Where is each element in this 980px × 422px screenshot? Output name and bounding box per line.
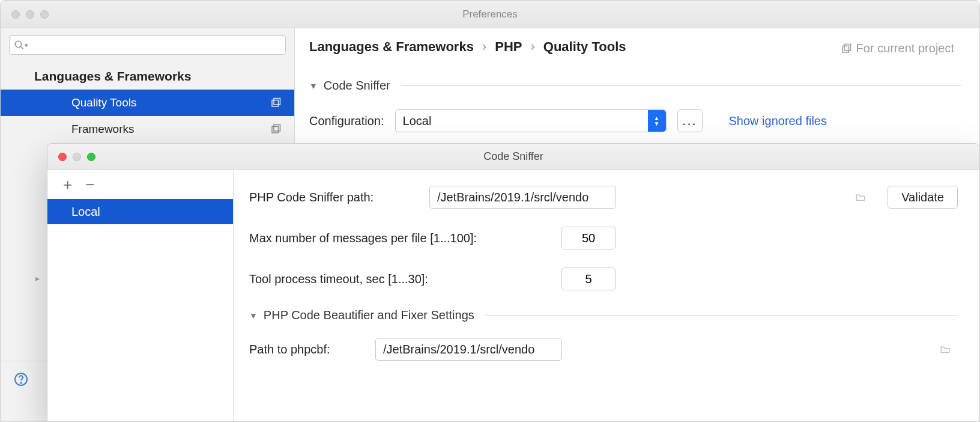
section-title: PHP Code Beautifier and Fixer Settings [264,308,474,322]
close-window-icon[interactable] [58,153,67,161]
minimize-window-icon [73,153,81,161]
dialog-sidebar: + − Local [47,170,234,421]
configure-interpreters-button[interactable]: ... [677,109,703,132]
svg-rect-2 [272,100,279,107]
svg-point-7 [20,382,22,384]
project-scope-icon [841,43,851,54]
svg-rect-8 [842,46,849,52]
help-icon[interactable] [14,372,28,387]
show-ignored-files-link[interactable]: Show ignored files [729,114,827,128]
select-chevrons-icon: ▲▼ [648,110,666,132]
dots-label: ... [682,113,697,129]
max-messages-label: Max number of messages per file [1...100… [249,231,561,245]
phpcbf-path-label: Path to phpcbf: [249,343,375,356]
section-title: Code Sniffer [324,79,390,93]
configuration-label: Configuration: [309,114,384,128]
dialog-titlebar: Code Sniffer [47,144,979,170]
zoom-window-icon[interactable] [40,10,49,19]
timeout-label: Tool process timeout, sec [1...30]: [249,272,561,286]
minimize-window-icon[interactable] [26,10,34,19]
tree-heading-label: Languages & Frameworks [34,69,191,84]
search-chevron-icon: ▾ [25,41,28,49]
svg-rect-3 [274,99,280,105]
svg-rect-9 [844,44,851,50]
section-divider [485,315,958,316]
zoom-window-icon[interactable] [87,153,95,161]
for-project-text: For current project [856,41,954,55]
folder-icon[interactable] [854,192,867,203]
breadcrumb-separator: › [482,39,486,55]
traffic-lights [58,153,95,161]
traffic-lights [11,10,49,19]
phpcbf-path-input[interactable] [375,338,562,361]
breadcrumb-item: Quality Tools [543,39,626,55]
disclosure-triangle-icon: ▼ [309,81,318,91]
dialog-toolbar: + − [47,170,233,199]
add-icon[interactable]: + [63,177,72,192]
disclosure-triangle-icon: ▼ [249,311,258,320]
search-input[interactable] [9,35,286,55]
breadcrumb-item[interactable]: Languages & Frameworks [309,39,474,55]
svg-rect-4 [272,127,279,133]
dialog-main: PHP Code Sniffer path: Validate Max numb… [234,170,979,421]
for-current-project-label: For current project [841,41,954,55]
project-scope-icon [270,97,281,108]
tree-item-label: Quality Tools [71,96,136,109]
tree-item-frameworks[interactable]: Frameworks [1,116,294,142]
dialog-title: Code Sniffer [483,150,543,163]
max-messages-input[interactable] [561,227,616,249]
phpcs-path-input[interactable] [429,186,616,209]
search-icon [14,40,25,50]
configuration-select[interactable]: Local ▲▼ [395,109,667,132]
breadcrumb-item[interactable]: PHP [495,39,522,55]
tree-item-quality-tools[interactable]: Quality Tools [1,90,294,116]
breadcrumb-separator: › [530,39,534,55]
timeout-input[interactable] [561,268,616,290]
remove-icon[interactable]: − [85,177,94,192]
project-scope-icon [270,124,281,135]
preferences-title: Preferences [462,8,518,20]
code-sniffer-dialog: Code Sniffer + − Local PHP Code Sniffer … [47,143,980,422]
tree-item-label: Frameworks [71,123,135,136]
close-window-icon[interactable] [11,10,20,19]
section-beautifier[interactable]: ▼ PHP Code Beautifier and Fixer Settings [249,308,958,322]
svg-line-1 [20,46,23,49]
section-code-sniffer[interactable]: ▼ Code Sniffer [309,79,961,93]
phpcs-path-label: PHP Code Sniffer path: [249,191,429,204]
section-divider [401,85,961,86]
tree-heading-languages[interactable]: Languages & Frameworks [1,63,294,90]
validate-label: Validate [901,191,944,204]
svg-point-0 [15,41,22,47]
configuration-value: Local [403,114,432,128]
folder-icon[interactable] [939,344,952,355]
list-item-label: Local [71,205,100,219]
sidebar-collapse-icon[interactable]: ▸ [35,274,40,283]
preferences-titlebar: Preferences [1,1,979,28]
validate-button[interactable]: Validate [888,186,958,209]
svg-rect-5 [274,125,280,132]
settings-tree: Languages & Frameworks Quality Tools Fra… [1,63,294,142]
interpreter-list-item-local[interactable]: Local [47,199,233,224]
